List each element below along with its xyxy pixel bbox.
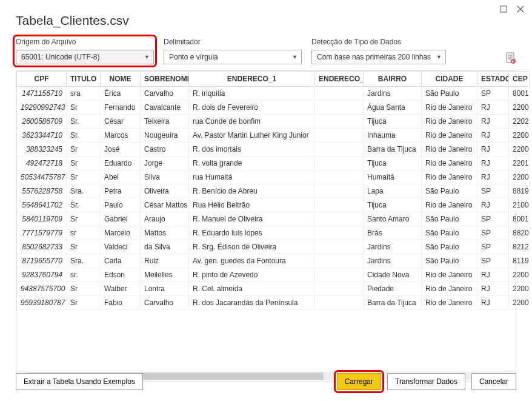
table-cell: Gabriel (101, 212, 141, 226)
chevron-down-icon: ▼ (144, 54, 150, 60)
table-cell: Piedade (364, 282, 422, 296)
table-cell: Brás (364, 226, 422, 240)
table-cell: Marcelo (101, 226, 141, 240)
table-row[interactable]: 492472718SrEduardoJorgeR. volta grandeTi… (17, 157, 530, 170)
table-cell: Sra. (67, 254, 101, 268)
table-cell: RJ (477, 282, 509, 296)
table-header-row: CPFTITULONOMESOBRENOMEENDERECO_1ENDERECO… (17, 72, 530, 87)
delim-dropdown[interactable]: Ponto e vírgula ▼ (164, 50, 302, 64)
table-row[interactable]: 5840119709SrGabrielAraujoR. Manuel de Ol… (17, 212, 530, 226)
footer-right: Carregar Transformar Dados Cancelar (337, 373, 516, 390)
extract-examples-button[interactable]: Extrair a Tabela Usando Exemplos (16, 373, 143, 390)
refresh-icon[interactable] (505, 52, 516, 64)
table-row[interactable]: 8719655770Sra.CarlaRuizAv. gen. guedes d… (17, 254, 530, 268)
page-title: Tabela_Clientes.csv (0, 0, 532, 38)
table-cell: 2202 (509, 115, 530, 129)
maximize-icon[interactable] (499, 5, 508, 13)
table-cell: São Paulo (422, 184, 477, 198)
table-cell: Barra da Tijuca (364, 296, 422, 310)
table-cell: R. iriquitia (189, 87, 315, 101)
table-cell (315, 240, 364, 254)
detect-value: Com base nas primeiras 200 linhas (317, 53, 431, 61)
table-cell: Marcos (101, 129, 141, 143)
origem-dropdown[interactable]: 65001: Unicode (UTF-8) ▼ (16, 50, 154, 64)
column-header[interactable]: BAIRRO (364, 72, 422, 87)
table-cell: SP (477, 226, 509, 240)
table-row[interactable]: 388323245SrJoséCastroR. dos imortaisBarr… (17, 143, 530, 157)
load-button[interactable]: Carregar (337, 373, 381, 390)
table-cell: rua Humaitá (189, 170, 315, 184)
column-header[interactable]: SOBRENOME (141, 72, 189, 87)
table-row[interactable]: 5648641702Sr.PauloCésar MattosRua Hélio … (17, 198, 530, 212)
table-cell: 388323245 (17, 143, 67, 157)
table-row[interactable]: 3623344710Sr.MarcosNougeuiraAv. Pastor M… (17, 129, 530, 143)
table-cell: Tijuca (364, 198, 422, 212)
table-row[interactable]: 8502682733SrValdecida SilvaR. Srg. Édiso… (17, 240, 530, 254)
table-cell: R. pinto de Azevedo (189, 268, 315, 282)
table-cell: Sr (67, 101, 101, 115)
column-header[interactable]: CIDADE (422, 72, 477, 87)
table-cell: Rio de Janeiro (422, 198, 477, 212)
table-cell: R. volta grande (189, 157, 315, 170)
table-cell: Rio de Janeiro (422, 296, 477, 310)
cancel-button[interactable]: Cancelar (471, 373, 516, 390)
table-cell: da Silva (141, 240, 189, 254)
column-header[interactable]: ENDERECO_1 (189, 72, 315, 87)
column-header[interactable]: NOME (101, 72, 141, 87)
column-header[interactable]: ESTADO (477, 72, 509, 87)
table-cell: R. Srg. Édison de Oliveira (189, 240, 315, 254)
transform-button[interactable]: Transformar Dados (387, 373, 465, 390)
preview-table: CPFTITULONOMESOBRENOMEENDERECO_1ENDERECO… (16, 71, 530, 310)
table-cell: Carla (101, 254, 141, 268)
table-cell: 2200 (509, 282, 530, 296)
table-cell: Araujo (141, 212, 189, 226)
table-cell: R. dos imortais (189, 143, 315, 157)
column-header[interactable]: TITULO (67, 72, 101, 87)
table-cell: RJ (477, 170, 509, 184)
table-cell: SP (477, 212, 509, 226)
table-row[interactable]: 1471156710sraÉricaCarvalhoR. iriquitiaJa… (17, 87, 530, 101)
table-row[interactable]: 94387575700SrWalberLontraR. Cel. almeida… (17, 282, 530, 296)
table-cell: Lontra (141, 282, 189, 296)
table-cell: 7771579779 (17, 226, 67, 240)
table-cell (315, 254, 364, 268)
svg-point-7 (511, 59, 515, 63)
table-row[interactable]: 95939180787SrFábioCarvalhoR. dos Jacaran… (17, 296, 530, 310)
table-cell: Sr (67, 296, 101, 310)
table-cell: Tijuca (364, 157, 422, 170)
table-cell: 5648641702 (17, 198, 67, 212)
table-cell: 8502682733 (17, 240, 67, 254)
column-header[interactable]: CEP (509, 72, 530, 87)
column-header[interactable]: ENDERECO_2 (315, 72, 364, 87)
table-cell (315, 87, 364, 101)
table-row[interactable]: 5576228758Sra.PetraOliveiraR. Benício de… (17, 184, 530, 198)
table-cell: Jardins (364, 87, 422, 101)
table-row[interactable]: 7771579779srMarceloMattosR. Eduardo luís… (17, 226, 530, 240)
table-row[interactable]: 19290992743SrFernandoCavalcanteR. dois d… (17, 101, 530, 115)
table-cell: Lapa (364, 184, 422, 198)
table-cell: 1471156710 (17, 87, 67, 101)
close-icon[interactable] (516, 5, 525, 13)
table-cell (315, 198, 364, 212)
table-cell: R. dos Jacarandás da Península (189, 296, 315, 310)
delim-value: Ponto e vírgula (169, 53, 218, 61)
table-cell: Sr (67, 212, 101, 226)
origem-group: Origem do Arquivo 65001: Unicode (UTF-8)… (16, 38, 154, 64)
table-cell: 8001 (509, 212, 530, 226)
chevron-down-icon: ▼ (292, 54, 298, 60)
table-cell: sra (67, 87, 101, 101)
table-cell: Cavalcante (141, 101, 189, 115)
window-controls (499, 5, 525, 13)
table-row[interactable]: 2600586709Sr.CésarTeixeirarua Conde de b… (17, 115, 530, 129)
table-cell: 2200 (509, 268, 530, 282)
table-cell: São Paulo (422, 226, 477, 240)
table-cell (315, 143, 364, 157)
detect-dropdown[interactable]: Com base nas primeiras 200 linhas ▼ (311, 50, 446, 64)
column-header[interactable]: CPF (17, 72, 67, 87)
table-cell (315, 184, 364, 198)
footer: Extrair a Tabela Usando Exemplos Carrega… (16, 373, 516, 390)
table-cell: 2600586709 (17, 115, 67, 129)
table-row[interactable]: 9283760794sr.EdsonMeilellesR. pinto de A… (17, 268, 530, 282)
table-row[interactable]: 50534475787SrAbelSilvarua HumaitáHumaitá… (17, 170, 530, 184)
detect-label: Detecção de Tipo de Dados (311, 38, 446, 46)
